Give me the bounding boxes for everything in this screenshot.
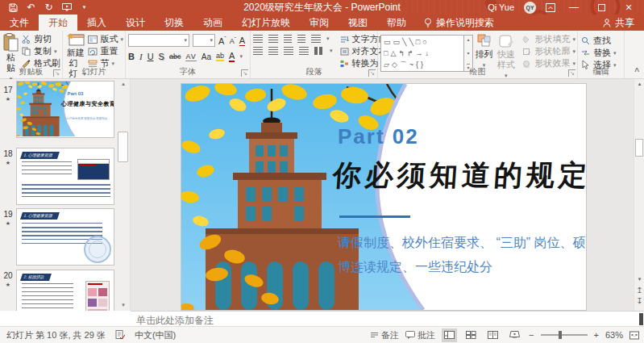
new-slide-button[interactable]: 新建 幻灯片▾ xyxy=(65,33,85,68)
slide-part-label[interactable]: Part 02 xyxy=(338,124,419,149)
tab-transitions[interactable]: 切换 xyxy=(155,15,193,31)
notes-placeholder[interactable]: 单击此处添加备注 xyxy=(136,315,214,326)
paragraph-dialog-launcher-icon[interactable]: ↘ xyxy=(368,69,376,77)
tab-animations[interactable]: 动画 xyxy=(193,15,232,31)
character-spacing-button[interactable]: AV xyxy=(185,52,196,61)
tab-slideshow[interactable]: 幻灯片放映 xyxy=(232,15,300,31)
minimize-button[interactable]: — xyxy=(565,2,583,13)
align-left-icon[interactable] xyxy=(253,47,263,55)
shapes-row-2[interactable]: □△↰↱→↓ xyxy=(384,48,461,59)
notes-pane[interactable]: 单击此处添加备注 xyxy=(131,311,644,326)
font-color-button[interactable]: A xyxy=(229,51,235,62)
tell-me-search[interactable]: 操作说明搜索 xyxy=(416,15,502,31)
layout-button[interactable]: 版式 ▾ xyxy=(87,33,123,45)
notes-toggle[interactable]: 备注 xyxy=(370,329,399,341)
shrink-font-button[interactable]: Aˇ xyxy=(230,36,236,45)
slide-divider-line[interactable] xyxy=(339,215,410,218)
tab-home[interactable]: 开始 xyxy=(39,15,77,31)
columns-icon[interactable] xyxy=(314,47,324,55)
comments-toggle[interactable]: 批注 xyxy=(405,329,435,341)
collapse-ribbon-icon[interactable]: ^ xyxy=(634,67,639,76)
ribbon-display-options-icon[interactable] xyxy=(546,3,555,12)
slide-title[interactable]: 你必须知道的规定 xyxy=(331,157,586,195)
slide-thumbnail-19[interactable]: 1. 心理健康资源 xyxy=(16,208,114,266)
slide-scrollbar[interactable]: ▴ ▾ ↥ ↧ xyxy=(634,79,644,311)
paste-button[interactable]: 粘贴 ▾ xyxy=(2,33,19,68)
justify-icon[interactable] xyxy=(299,47,309,55)
font-name-combo[interactable]: ▾ xyxy=(128,34,189,47)
find-button[interactable]: 查找 xyxy=(580,35,617,47)
undo-icon[interactable]: ↶ xyxy=(26,2,36,13)
grow-font-button[interactable]: Aˆ xyxy=(218,36,226,46)
font-size-combo[interactable]: ▾ xyxy=(193,34,215,47)
avatar[interactable]: QY xyxy=(524,2,536,14)
close-button[interactable]: × xyxy=(620,1,638,14)
slide-scrollbar-thumb[interactable] xyxy=(635,139,643,157)
decrease-indent-icon[interactable] xyxy=(284,35,292,43)
panel-scrollbar-thumb[interactable] xyxy=(118,132,128,162)
slide-body-text[interactable]: 请假制度、校外住宿要求、 “三助” 岗位、硕博连读规定、一些违纪处分 xyxy=(338,231,586,279)
restore-button[interactable] xyxy=(592,2,610,13)
cut-button[interactable]: 剪切 xyxy=(21,33,60,45)
tab-insert[interactable]: 插入 xyxy=(77,15,116,31)
tab-help[interactable]: 帮助 xyxy=(377,15,416,31)
tab-view[interactable]: 视图 xyxy=(339,15,377,31)
underline-button[interactable]: U xyxy=(147,52,154,61)
next-slide-icon[interactable]: ↧ xyxy=(634,296,644,305)
zoom-level[interactable]: 63% xyxy=(605,330,623,340)
italic-button[interactable]: I xyxy=(139,52,143,61)
clipboard-dialog-launcher-icon[interactable]: ↘ xyxy=(53,69,60,77)
clear-formatting-button[interactable]: A xyxy=(239,36,245,45)
drawing-dialog-launcher-icon[interactable]: ↘ xyxy=(568,69,575,77)
reset-button[interactable]: 重置 xyxy=(87,45,123,57)
tab-design[interactable]: 设计 xyxy=(116,15,155,31)
bold-button[interactable]: B xyxy=(128,52,135,61)
quick-styles-button[interactable]: 快速样式 ▾ xyxy=(495,33,517,68)
normal-view-button[interactable] xyxy=(442,328,457,342)
zoom-slider[interactable] xyxy=(541,334,588,336)
notes-scrollbar-thumb[interactable] xyxy=(639,313,643,325)
slide-thumbnail-20[interactable]: 2. 校园贷款 xyxy=(16,270,114,311)
slide-thumbnail-18[interactable]: 1. 心理健康资源 xyxy=(16,148,114,205)
current-slide[interactable]: Part 02 你必须知道的规定 请假制度、校外住宿要求、 “三助” 岗位、硕博… xyxy=(181,84,586,310)
account-user-name[interactable]: Qi Yue xyxy=(488,2,514,12)
arrange-button[interactable]: 排列 ▾ xyxy=(475,33,493,68)
highlight-color-button[interactable]: ab xyxy=(216,52,224,61)
bullets-icon[interactable] xyxy=(253,35,263,43)
change-case-button[interactable]: Aa xyxy=(202,52,211,61)
numbering-icon[interactable] xyxy=(268,35,278,43)
panel-scroll-down-icon[interactable]: ▾ xyxy=(116,302,131,308)
start-slideshow-icon[interactable] xyxy=(61,2,72,13)
font-dialog-launcher-icon[interactable]: ↘ xyxy=(241,69,248,77)
line-spacing-icon[interactable] xyxy=(311,35,321,43)
share-button[interactable]: 共享 xyxy=(593,15,644,31)
strikethrough-button[interactable]: abc xyxy=(169,52,181,61)
replace-button[interactable]: 替换 ▾ xyxy=(580,47,617,59)
slide-counter[interactable]: 幻灯片 第 10 张, 共 29 张 xyxy=(6,329,106,341)
zoom-out-button[interactable]: − xyxy=(529,330,534,340)
thumbnail-panel-scrollbar[interactable]: ▴ ▾ xyxy=(116,79,131,311)
spellcheck-icon[interactable] xyxy=(115,330,125,340)
scroll-down-icon[interactable]: ▾ xyxy=(634,276,644,282)
shape-fill-button[interactable]: 形状填充 ▾ xyxy=(521,33,575,45)
save-icon[interactable] xyxy=(8,2,19,13)
scroll-up-icon[interactable]: ▴ xyxy=(467,36,469,42)
slide-thumbnail-17[interactable]: Part 03 心理健康与安全教育 心理健康资源 校园贷款 校园安全 xyxy=(16,81,114,138)
scroll-down-icon[interactable]: ▾ xyxy=(467,50,469,56)
language-indicator[interactable]: 中文(中国) xyxy=(135,329,176,341)
slideshow-view-button[interactable] xyxy=(507,328,522,342)
shapes-row-1[interactable]: ▭▭╲╲□○ xyxy=(384,36,461,48)
slide-sorter-view-button[interactable] xyxy=(463,328,479,342)
qat-customize-caret-icon[interactable]: ▾ xyxy=(79,2,89,13)
redo-icon[interactable]: ↻ xyxy=(44,2,54,13)
zoom-in-button[interactable]: + xyxy=(594,330,599,340)
zoom-slider-thumb[interactable] xyxy=(559,331,562,339)
panel-scroll-up-icon[interactable]: ▴ xyxy=(116,81,131,87)
reading-view-button[interactable] xyxy=(485,328,501,342)
previous-slide-icon[interactable]: ↥ xyxy=(634,286,644,295)
copy-button[interactable]: 复制 ▾ xyxy=(21,45,60,57)
increase-indent-icon[interactable] xyxy=(297,35,305,43)
align-right-icon[interactable] xyxy=(284,47,293,55)
fit-slide-to-window-button[interactable] xyxy=(629,331,639,340)
text-shadow-button[interactable]: S xyxy=(159,52,164,61)
